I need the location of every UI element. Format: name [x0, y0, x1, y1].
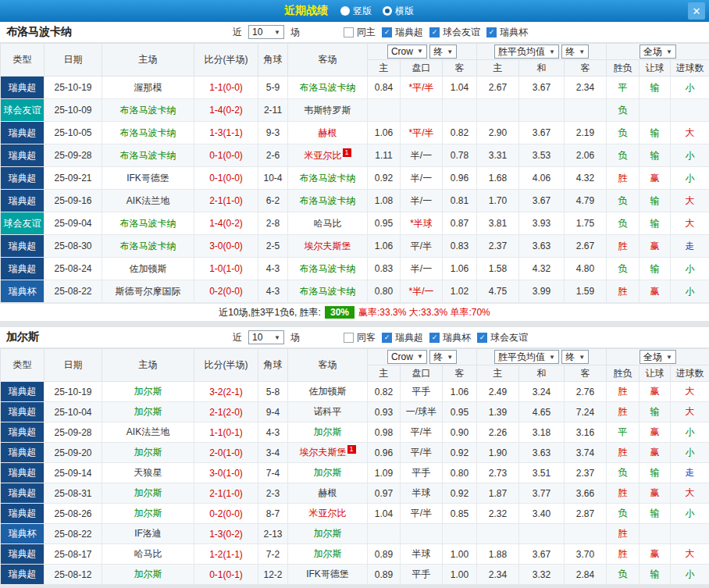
corner-score: 10-4: [258, 167, 288, 190]
avg-away-win: 2.76: [565, 382, 607, 402]
checkbox-label: 瑞典超: [395, 331, 423, 344]
competition-checkbox[interactable]: ✓瑞典超: [382, 26, 423, 39]
odds-home: 1.08: [368, 190, 401, 212]
summary-record: 近10场,胜3平1负6, 胜率:: [219, 306, 321, 319]
full-group-header: 全场▼: [607, 349, 709, 365]
avg-select[interactable]: 胜平负均值▼: [494, 350, 559, 364]
goals-result: 小: [671, 167, 709, 190]
checkbox-icon: ✓: [382, 333, 392, 343]
avg-final-select[interactable]: 终▼: [561, 350, 589, 364]
goals-result: 小: [671, 422, 709, 443]
home-team: 布洛马波卡纳: [102, 99, 194, 122]
score: 0-1(0-1): [194, 565, 258, 585]
score: 1-2(1-1): [194, 544, 258, 565]
handicap-result: 输: [640, 144, 671, 167]
match-row: 球会友谊25-09-04布洛马波卡纳1-4(0-2)2-8哈马比0.95*半球0…: [1, 212, 709, 235]
team-name-text: 哈马比: [134, 548, 162, 559]
avg-away-win: [565, 524, 607, 544]
corner-score: 8-7: [258, 504, 288, 524]
section-header: 布洛马波卡纳 近10▼场同主✓瑞典超✓球会友谊✓瑞典杯: [0, 22, 709, 43]
competition-badge: 球会友谊: [1, 99, 45, 122]
odds-away: 0.78: [443, 144, 477, 167]
close-button[interactable]: ✕: [688, 2, 705, 20]
summary-bar: 近10场,胜3平1负6, 胜率:30%赢率:33.3% 大:33.3% 单率:7…: [0, 303, 709, 321]
same-venue-checkbox[interactable]: 同主: [344, 26, 376, 39]
match-date: 25-10-19: [45, 382, 102, 402]
goals-result: 大: [671, 382, 709, 402]
scope-select[interactable]: 全场▼: [640, 45, 676, 59]
odds-final-select[interactable]: 终▼: [429, 45, 457, 59]
checkbox-icon: ✓: [382, 27, 392, 37]
radio-icon: [340, 6, 350, 16]
result: 胜: [607, 402, 640, 422]
home-team: IF洛迪: [102, 524, 194, 544]
competition-checkbox[interactable]: ✓瑞典超: [382, 331, 423, 344]
team-name-text: 布洛马波卡纳: [120, 241, 176, 251]
home-team: IFK哥德堡: [102, 167, 194, 190]
home-team: 布洛马波卡纳: [102, 235, 194, 258]
chevron-down-icon: ▼: [579, 48, 585, 55]
corner-score: 2-6: [258, 144, 288, 167]
odds-away: 1.06: [443, 258, 477, 280]
scope-select[interactable]: 全场▼: [640, 350, 676, 364]
competition-checkbox[interactable]: ✓瑞典杯: [429, 331, 471, 344]
competition-checkbox[interactable]: ✓球会友谊: [429, 26, 480, 39]
score: 1-4(0-2): [194, 99, 258, 122]
team-name-text: 赫根: [319, 127, 337, 138]
avg-home-win: 2.49: [477, 382, 519, 402]
odds-away: 0.81: [443, 190, 477, 212]
col-goals-result: 进球数: [671, 60, 709, 77]
odds-final-select[interactable]: 终▼: [429, 350, 457, 364]
away-team: 赫根: [288, 122, 368, 144]
chevron-down-icon: ▼: [666, 48, 672, 55]
result: 胜: [607, 167, 640, 190]
checkbox-icon: [344, 27, 354, 37]
avg-final-select[interactable]: 终▼: [561, 45, 589, 59]
competition-checkbox[interactable]: ✓球会友谊: [477, 331, 528, 344]
bookmaker-select[interactable]: Crow▼: [387, 350, 427, 364]
home-team: 渥那模: [102, 77, 194, 99]
avg-away-win: 3.16: [565, 422, 607, 443]
avg-group-header: 胜平负均值▼ 终▼: [477, 44, 607, 60]
team-name-text: 诺科平: [314, 406, 342, 417]
radio-label: 竖版: [353, 5, 372, 18]
result: 胜: [607, 235, 640, 258]
odds-home: 1.09: [368, 463, 401, 483]
competition-checkbox[interactable]: ✓瑞典杯: [486, 26, 528, 39]
competition-badge: 瑞典超: [1, 565, 45, 585]
handicap: 半/一: [401, 190, 443, 212]
col-odds-home: 主: [368, 365, 401, 382]
checkbox-label: 球会友谊: [443, 26, 480, 39]
chevron-down-icon: ▼: [549, 354, 555, 361]
same-venue-checkbox[interactable]: 同客: [344, 331, 376, 344]
checkbox-label: 瑞典超: [395, 26, 423, 39]
match-count-select[interactable]: 10▼: [248, 25, 284, 39]
match-row: 瑞典杯25-08-22IF洛迪1-3(0-2)2-13加尔斯胜: [1, 524, 709, 544]
result: 负: [607, 212, 640, 235]
handicap: [401, 524, 443, 544]
avg-draw: 3.67: [519, 122, 565, 144]
handicap: 平手: [401, 463, 443, 483]
handicap: 平/半: [401, 235, 443, 258]
match-row: 瑞典超25-10-19加尔斯3-2(2-1)5-8佐加顿斯0.82平手1.062…: [1, 382, 709, 402]
home-team: 布洛马波卡纳: [102, 144, 194, 167]
team-name-text: 佐加顿斯: [309, 386, 347, 397]
match-row: 瑞典超25-10-05布洛马波卡纳1-3(1-1)9-3赫根1.06*平/半0.…: [1, 122, 709, 144]
match-date: 25-09-28: [45, 144, 102, 167]
bookmaker-select[interactable]: Crow▼: [387, 45, 427, 59]
home-team: 哈马比: [102, 544, 194, 565]
score: 3-0(0-0): [194, 235, 258, 258]
goals-result: 大: [671, 212, 709, 235]
team-name-text: IFK哥德堡: [306, 568, 349, 579]
chevron-down-icon: ▼: [549, 48, 555, 55]
layout-radio-vertical[interactable]: 竖版: [340, 5, 372, 18]
team-name-text: 渥那模: [134, 82, 162, 93]
team-section-home: 布洛马波卡纳 近10▼场同主✓瑞典超✓球会友谊✓瑞典杯 类型 日期 主场 比分(…: [0, 22, 709, 321]
layout-radio-horizontal[interactable]: 横版: [383, 5, 414, 18]
match-date: 25-08-22: [45, 280, 102, 303]
summary-rates: 赢率:33.3% 大:33.3% 单率:70%: [358, 306, 490, 319]
team-name-text: 加尔斯: [134, 406, 162, 417]
match-count-select[interactable]: 10▼: [248, 330, 284, 344]
team-name-text: IFK哥德堡: [126, 173, 169, 184]
avg-select[interactable]: 胜平负均值▼: [494, 45, 559, 59]
